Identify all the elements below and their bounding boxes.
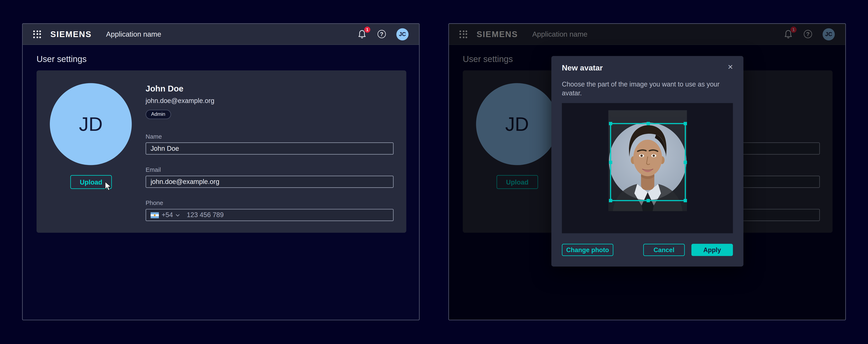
crop-handle-nw[interactable] [609,122,612,125]
email-field-group: Email [146,166,394,188]
help-button[interactable]: ? [378,30,386,38]
name-input[interactable] [146,142,394,154]
new-avatar-modal: New avatar × Choose the part of the imag… [551,56,743,266]
phone-input[interactable]: +54 123 456 789 [146,209,394,221]
upload-button[interactable]: Upload [70,175,112,189]
siemens-logo: SIEMENS [51,29,92,39]
email-label: Email [146,166,394,173]
profile-avatar: JD [50,83,132,165]
role-badge: Admin [146,110,170,119]
change-photo-button[interactable]: Change photo [562,244,613,256]
country-code[interactable]: +54 [161,211,173,219]
crop-selection[interactable] [610,123,686,201]
screenshot-canvas: SIEMENS Application name 1 ? JC User set… [0,0,868,344]
user-avatar-small[interactable]: JC [396,28,408,40]
close-icon[interactable]: × [727,63,733,71]
crop-handle-n[interactable] [646,122,650,125]
crop-handle-ne[interactable] [684,122,687,125]
crop-handle-e[interactable] [684,161,687,164]
argentina-flag-icon [151,212,159,218]
crop-handle-w[interactable] [609,161,612,164]
app-launcher-icon[interactable] [33,30,41,38]
modal-description: Choose the part of the image you want to… [562,80,725,97]
crop-handle-sw[interactable] [609,199,612,202]
chevron-down-icon [176,213,180,216]
phone-number[interactable]: 123 456 789 [187,211,224,219]
panel-left: SIEMENS Application name 1 ? JC User set… [22,23,420,320]
user-settings-card: JD Upload John Doe john.doe@example.org … [37,70,406,233]
crop-handle-s[interactable] [646,199,650,202]
email-input[interactable] [146,176,394,188]
apply-button[interactable]: Apply [691,244,733,256]
app-bar: SIEMENS Application name 1 ? JC [23,24,419,45]
notifications-button[interactable]: 1 [357,29,367,39]
modal-title: New avatar [562,63,603,72]
name-label: Name [146,133,394,140]
profile-details: John Doe john.doe@example.org Admin Name… [146,84,394,221]
notification-badge: 1 [364,26,370,33]
profile-name: John Doe [146,84,394,93]
phone-label: Phone [146,199,394,206]
crop-canvas[interactable] [562,103,733,233]
phone-field-group: Phone +54 123 456 789 [146,199,394,221]
name-field-group: Name [146,133,394,155]
profile-email: john.doe@example.org [146,97,394,105]
cancel-button[interactable]: Cancel [643,244,685,256]
crop-handle-se[interactable] [684,199,687,202]
page-title: User settings [37,54,419,64]
application-name: Application name [106,30,161,38]
panel-right: SIEMENS Application name 1 ? JC User set… [448,23,846,320]
